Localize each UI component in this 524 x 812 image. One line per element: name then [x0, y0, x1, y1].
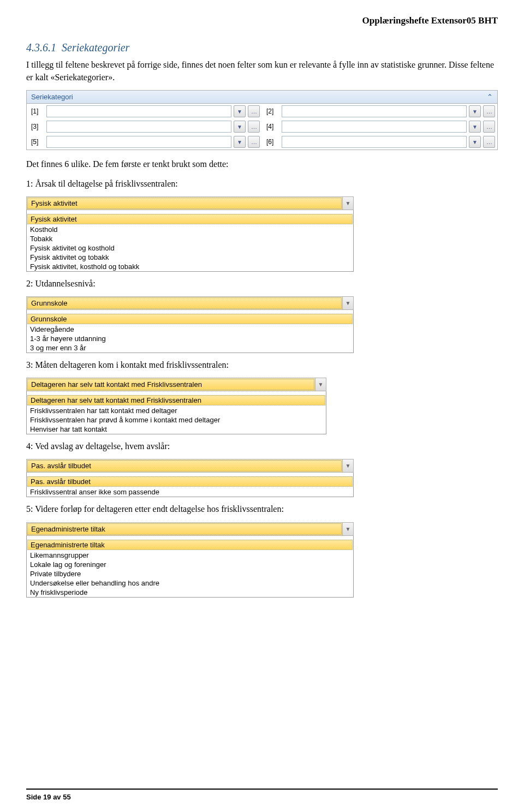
list-item[interactable]: Deltageren har selv tatt kontakt med Fri…: [27, 395, 325, 405]
list-item[interactable]: Tobakk: [27, 234, 353, 243]
field-label: [1]: [29, 108, 44, 115]
browse-button[interactable]: …: [483, 136, 495, 148]
field-input-3[interactable]: [46, 121, 231, 133]
combo5-list: Egenadministrerte tiltak Likemannsgruppe…: [26, 536, 354, 598]
list-item[interactable]: Henviser har tatt kontakt: [27, 425, 326, 434]
dropdown-button[interactable]: ▼: [469, 121, 481, 133]
list-item[interactable]: Kosthold: [27, 225, 353, 234]
intro-paragraph-2: Det finnes 6 ulike. De fem første er ten…: [26, 158, 498, 170]
field-input-1[interactable]: [46, 105, 231, 117]
combo2-list: Grunnskole Videregående 1-3 år høyere ut…: [26, 310, 354, 353]
list-item[interactable]: Fysisk aktivitet og tobakk: [27, 253, 353, 262]
combo1-selected[interactable]: Fysisk aktivitet ▼: [26, 196, 354, 210]
field-label: [2]: [264, 108, 279, 115]
page-header: Opplæringshefte Extensor05 BHT: [26, 15, 498, 26]
section-number: 4.3.6.1: [26, 41, 56, 53]
intro-paragraph-1: I tillegg til feltene beskrevet på forri…: [26, 58, 498, 83]
combo4-selected-text: Pas. avslår tilbudet: [27, 460, 342, 471]
combo1-selected-text: Fysisk aktivitet: [27, 198, 342, 209]
list-item[interactable]: Videregående: [27, 325, 353, 334]
browse-button[interactable]: …: [483, 105, 495, 117]
list-item[interactable]: Grunnskole: [27, 314, 353, 324]
dropdown-button[interactable]: ▼: [234, 136, 246, 148]
list-item[interactable]: Fysisk aktivitet: [27, 214, 353, 224]
seriekategori-panel: Seriekategori ⌃ [1] ▼ … [2] ▼ … [3] ▼ …: [26, 90, 498, 150]
browse-button[interactable]: …: [483, 121, 495, 133]
list-item[interactable]: Lokale lag og foreninger: [27, 560, 353, 569]
list-item[interactable]: Private tilbydere: [27, 569, 353, 578]
list-item[interactable]: Frisklivssentral anser ikke som passende: [27, 487, 353, 497]
dropdown-button[interactable]: ▼: [234, 121, 246, 133]
dropdown-button[interactable]: ▼: [469, 105, 481, 117]
list-item[interactable]: Likemannsgrupper: [27, 551, 353, 560]
panel-title: Seriekategori: [31, 93, 73, 101]
browse-button[interactable]: …: [248, 121, 260, 133]
collapse-icon[interactable]: ⌃: [487, 93, 493, 101]
combo4-label: 4: Ved avslag av deltagelse, hvem avslår…: [26, 440, 498, 452]
combo1-label: 1: Årsak til deltagelse på frisklivssent…: [26, 177, 498, 190]
browse-button[interactable]: …: [248, 136, 260, 148]
combo5-selected-text: Egenadministrerte tiltak: [27, 523, 342, 535]
list-item[interactable]: Pas. avslår tilbudet: [27, 476, 353, 487]
field-label: [6]: [264, 138, 279, 146]
dropdown-button[interactable]: ▼: [469, 136, 481, 148]
combo2-selected-text: Grunnskole: [27, 297, 342, 309]
list-item[interactable]: Frisklivssentralen har prøvd å komme i k…: [27, 415, 326, 425]
field-label: [4]: [264, 123, 279, 130]
list-item[interactable]: 1-3 år høyere utdanning: [27, 334, 353, 343]
field-input-4[interactable]: [282, 121, 467, 133]
list-item[interactable]: Egenadministrerte tiltak: [27, 540, 353, 550]
list-item[interactable]: 3 og mer enn 3 år: [27, 343, 353, 353]
combo3-list: Deltageren har selv tatt kontakt med Fri…: [26, 391, 326, 434]
chevron-down-icon[interactable]: ▼: [315, 378, 326, 391]
chevron-down-icon[interactable]: ▼: [342, 197, 353, 210]
combo5-label: 5: Videre forløp for deltageren etter en…: [26, 503, 498, 515]
combo5-selected[interactable]: Egenadministrerte tiltak ▼: [26, 522, 354, 536]
field-input-5[interactable]: [46, 136, 231, 148]
field-label: [5]: [29, 138, 44, 146]
combo3-selected[interactable]: Deltageren har selv tatt kontakt med Fri…: [26, 378, 326, 391]
combo4-list: Pas. avslår tilbudet Frisklivssentral an…: [26, 473, 354, 497]
dropdown-button[interactable]: ▼: [234, 105, 246, 117]
section-title: Seriekategorier: [62, 41, 129, 53]
field-input-2[interactable]: [282, 105, 467, 117]
browse-button[interactable]: …: [248, 105, 260, 117]
list-item[interactable]: Ny frisklivsperiode: [27, 588, 353, 597]
list-item[interactable]: Frisklivssentralen har tatt kontakt med …: [27, 406, 326, 415]
section-heading: 4.3.6.1 Seriekategorier: [26, 41, 498, 54]
combo1-list: Fysisk aktivitet Kosthold Tobakk Fysisk …: [26, 210, 354, 272]
chevron-down-icon[interactable]: ▼: [342, 523, 353, 535]
combo3-selected-text: Deltageren har selv tatt kontakt med Fri…: [27, 379, 314, 390]
field-input-6[interactable]: [282, 136, 467, 148]
combo4-selected[interactable]: Pas. avslår tilbudet ▼: [26, 459, 354, 473]
chevron-down-icon[interactable]: ▼: [342, 459, 353, 472]
list-item[interactable]: Fysisk aktivitet, kosthold og tobakk: [27, 262, 353, 271]
combo3-label: 3: Måten deltageren kom i kontakt med fr…: [26, 359, 498, 371]
combo2-label: 2: Utdannelsesnivå:: [26, 277, 498, 290]
chevron-down-icon[interactable]: ▼: [342, 297, 353, 309]
list-item[interactable]: Fysisk aktivitet og kosthold: [27, 243, 353, 253]
list-item[interactable]: Undersøkelse eller behandling hos andre: [27, 578, 353, 588]
panel-header[interactable]: Seriekategori ⌃: [27, 91, 497, 104]
combo2-selected[interactable]: Grunnskole ▼: [26, 296, 354, 310]
page-footer: Side 19 av 55: [26, 789, 498, 801]
field-label: [3]: [29, 123, 44, 130]
